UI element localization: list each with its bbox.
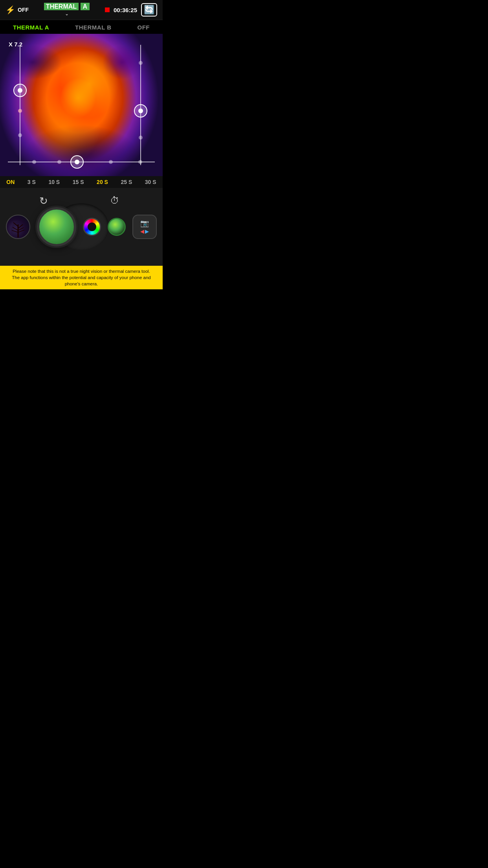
countdown-timer-button[interactable]: ⏱ (110, 195, 119, 206)
thumbnail-tree-icon (10, 219, 26, 238)
bottom-slider-dot1 (32, 160, 36, 164)
color-wheel-center (88, 223, 96, 231)
timer-30s[interactable]: 30 S (145, 179, 156, 185)
right-slider-handle-inner (138, 108, 143, 113)
disclaimer-bar: Please note that this is not a true nigh… (0, 266, 163, 289)
left-slider-handle[interactable] (13, 84, 27, 97)
timer-10s[interactable]: 10 S (48, 179, 60, 185)
bottom-slider-dot4 (138, 160, 142, 164)
left-slider-track (20, 45, 20, 165)
bottom-slider-dot3 (109, 160, 113, 164)
tab-bar: THERMAL A THERMAL B OFF (0, 20, 163, 34)
bottom-controls: ↻ ⏱ 📷 ◀ ▶ (0, 188, 163, 266)
arrow-right-icon: ▶ (145, 228, 149, 234)
thermal-view[interactable]: X 7.2 (0, 34, 163, 176)
right-slider-dot1 (139, 61, 143, 65)
refresh-button[interactable]: ↻ (39, 195, 48, 207)
arrow-left-icon: ◀ (140, 228, 144, 234)
tab-thermal-b[interactable]: THERMAL B (75, 24, 112, 31)
bottom-slider-track (8, 162, 155, 162)
flash-icon: ⚡ (6, 5, 15, 15)
camera-ctrl-arrows: ◀ ▶ (140, 228, 149, 234)
timer-bar: ON 3 S 10 S 15 S 20 S 25 S 30 S (0, 176, 163, 188)
mode-text: THERMAL (44, 3, 79, 10)
timer-3s[interactable]: 3 S (28, 179, 36, 185)
color-palette-button[interactable] (83, 218, 101, 236)
top-bar-left: ⚡ OFF (6, 5, 29, 15)
tab-thermal-a[interactable]: THERMAL A (13, 24, 49, 31)
mode-toggle-button[interactable] (108, 218, 126, 236)
timer-25s[interactable]: 25 S (121, 179, 132, 185)
recording-dot (105, 7, 110, 12)
timer-20s[interactable]: 20 S (97, 179, 108, 185)
shutter-button[interactable] (37, 207, 76, 246)
bottom-slider-handle[interactable] (70, 155, 84, 169)
mode-letter: A (81, 3, 90, 10)
flash-off-label: OFF (18, 7, 29, 13)
top-bar-right: 00:36:25 🔄 (105, 3, 157, 17)
chevron-down-icon[interactable]: ⌄ (65, 11, 69, 17)
right-slider-handle[interactable] (134, 104, 147, 118)
camera-snapshot-button[interactable]: 🔄 (141, 3, 157, 17)
top-bar-center[interactable]: THERMAL A ⌄ (44, 3, 90, 17)
bottom-slider-handle-inner (75, 160, 79, 164)
timer-15s[interactable]: 15 S (73, 179, 84, 185)
tab-off[interactable]: OFF (138, 24, 150, 31)
mode-label: THERMAL A (44, 3, 90, 10)
top-bar: ⚡ OFF THERMAL A ⌄ 00:36:25 🔄 (0, 0, 163, 20)
right-slider-track (140, 45, 141, 165)
left-slider-dot1 (18, 109, 22, 113)
camera-control-button[interactable]: 📷 ◀ ▶ (132, 215, 157, 239)
right-slider-dot2 (139, 136, 143, 140)
timer-label: 00:36:25 (114, 7, 137, 13)
gallery-thumbnail[interactable] (6, 215, 30, 239)
bottom-slider-dot2 (57, 160, 61, 164)
camera-ctrl-icon: 📷 (140, 219, 149, 228)
app-wrapper: ⚡ OFF THERMAL A ⌄ 00:36:25 🔄 THERMAL A T… (0, 0, 163, 289)
left-slider-handle-inner (18, 88, 22, 93)
left-slider-dot2 (18, 133, 22, 137)
disclaimer-text: Please note that this is not a true nigh… (12, 269, 151, 286)
timer-on[interactable]: ON (6, 179, 15, 185)
